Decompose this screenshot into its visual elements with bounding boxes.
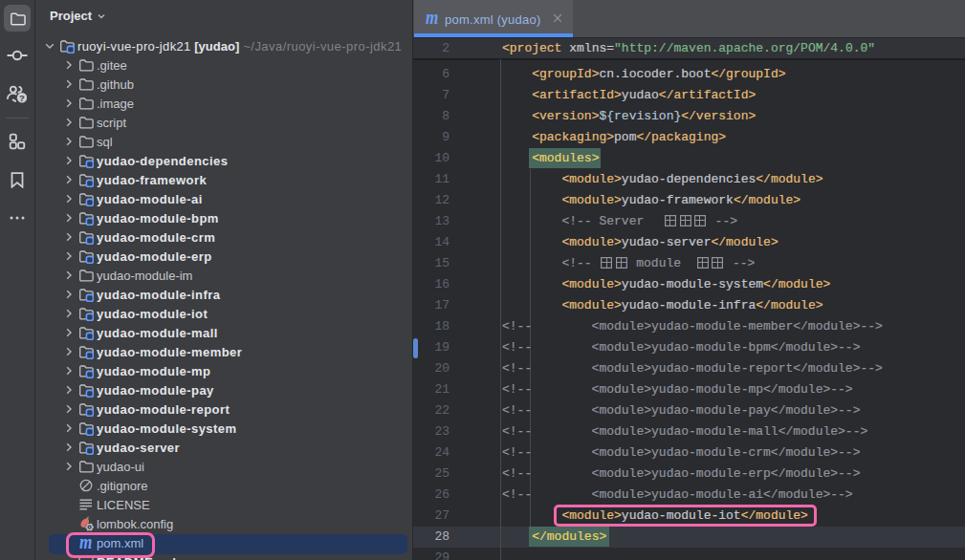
svg-text:?: ? bbox=[19, 93, 25, 103]
